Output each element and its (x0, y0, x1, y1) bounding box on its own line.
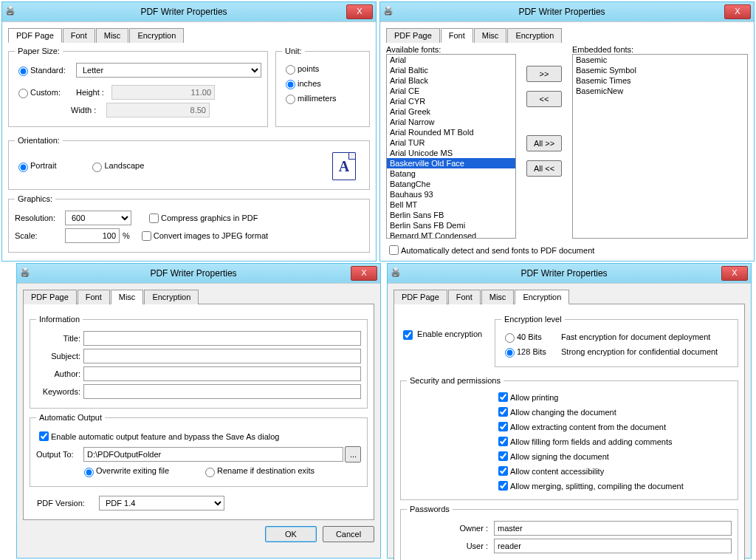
font-item[interactable]: Arial TUR (387, 137, 515, 148)
permission-check[interactable] (498, 392, 508, 402)
tab-encryption[interactable]: Encryption (144, 290, 199, 304)
add-font-button[interactable]: >> (526, 66, 562, 82)
tab-font[interactable]: Font (63, 28, 95, 43)
unit-inches-radio[interactable] (286, 80, 295, 89)
font-item[interactable]: Berlin Sans FB (387, 210, 515, 220)
tab-font[interactable]: Font (448, 290, 481, 304)
convert-check[interactable] (142, 231, 151, 241)
custom-radio[interactable] (18, 89, 28, 98)
rename-radio[interactable] (205, 468, 215, 477)
dialog-misc: 🖨️ PDF Writer Properties X PDF Page Font… (16, 263, 381, 559)
tab-encryption[interactable]: Encryption (515, 290, 569, 304)
add-all-button[interactable]: All >> (526, 135, 562, 151)
permission-label: Allow printing (510, 393, 558, 402)
auto-detect-check[interactable] (389, 245, 399, 255)
enable-auto-check[interactable] (39, 431, 49, 441)
close-button[interactable]: X (351, 266, 377, 281)
graphics-legend: Graphics: (15, 194, 55, 203)
printer-icon: 🖨️ (5, 6, 17, 18)
tab-misc[interactable]: Misc (96, 28, 129, 43)
unit-mm-label: millimeters (298, 94, 337, 103)
landscape-radio[interactable] (92, 163, 102, 172)
tab-misc[interactable]: Misc (111, 290, 144, 304)
titlebar: 🖨️ PDF Writer Properties X (388, 264, 751, 283)
permission-check[interactable] (498, 407, 508, 417)
pdf-version-select[interactable]: PDF 1.4 (99, 496, 224, 511)
standard-radio[interactable] (18, 66, 28, 76)
keywords-label: Keywords: (36, 387, 80, 396)
tab-misc[interactable]: Misc (474, 28, 507, 43)
overwrite-radio[interactable] (84, 468, 94, 477)
font-item[interactable]: Arial Black (387, 75, 515, 86)
font-item[interactable]: Arial (387, 55, 515, 65)
dialog-encryption: 🖨️ PDF Writer Properties X PDF Page Font… (387, 263, 752, 559)
close-button[interactable]: X (346, 4, 373, 19)
font-item[interactable]: BatangChe (387, 179, 515, 189)
embedded-fonts-list[interactable]: BasemicBasemic SymbolBasemic TimesBasemi… (572, 54, 748, 239)
resolution-select[interactable]: 600 (65, 211, 131, 225)
font-item[interactable]: Arial Baltic (387, 65, 515, 75)
enc-40-radio[interactable] (505, 333, 515, 343)
permission-check[interactable] (498, 437, 508, 446)
author-input[interactable] (83, 366, 361, 381)
unit-points-radio[interactable] (286, 65, 295, 75)
available-label: Available fonts: (386, 45, 441, 54)
font-item[interactable]: Baskerville Old Face (387, 158, 515, 168)
font-item[interactable]: Basemic (573, 55, 747, 65)
scale-input[interactable] (65, 228, 120, 243)
subject-input[interactable] (83, 349, 361, 363)
tab-misc[interactable]: Misc (481, 290, 515, 304)
font-item[interactable]: Basemic Symbol (573, 65, 747, 75)
available-fonts-list[interactable]: ArialArial BalticArial BlackArial CEAria… (386, 54, 516, 239)
permission-label: Allow signing the document (510, 452, 609, 461)
font-item[interactable]: Arial Unicode MS (387, 148, 515, 158)
keywords-input[interactable] (83, 384, 361, 399)
font-item[interactable]: Arial Rounded MT Bold (387, 127, 515, 137)
tab-encryption[interactable]: Encryption (129, 28, 184, 43)
tabs: PDF Page Font Misc Encryption (394, 290, 745, 304)
font-item[interactable]: Batang (387, 168, 515, 179)
height-input[interactable] (111, 85, 215, 100)
font-item[interactable]: Arial Greek (387, 106, 515, 117)
font-item[interactable]: Bauhaus 93 (387, 189, 515, 199)
tab-pdf-page[interactable]: PDF Page (386, 28, 440, 43)
font-item[interactable]: Bernard MT Condensed (387, 231, 515, 239)
ok-button[interactable]: OK (265, 526, 317, 542)
font-item[interactable]: Berlin Sans FB Demi (387, 220, 515, 231)
permission-check[interactable] (498, 422, 508, 431)
tab-font[interactable]: Font (441, 28, 473, 43)
info-legend: Information (36, 315, 83, 324)
close-button[interactable]: X (721, 266, 748, 281)
portrait-radio[interactable] (18, 163, 28, 172)
standard-select[interactable]: Letter (76, 63, 261, 78)
font-item[interactable]: Bell MT (387, 199, 515, 210)
font-item[interactable]: BasemicNew (573, 86, 747, 96)
font-item[interactable]: Arial Narrow (387, 117, 515, 127)
enc-128-radio[interactable] (505, 348, 515, 358)
browse-button[interactable]: ... (345, 446, 361, 462)
output-to-input[interactable] (83, 447, 343, 462)
remove-all-button[interactable]: All << (526, 160, 562, 177)
compress-check[interactable] (149, 214, 159, 223)
tab-encryption[interactable]: Encryption (507, 28, 562, 43)
tab-pdf-page[interactable]: PDF Page (8, 28, 62, 43)
tab-pdf-page[interactable]: PDF Page (23, 290, 77, 304)
unit-mm-radio[interactable] (286, 95, 295, 104)
width-input[interactable] (106, 103, 210, 117)
font-item[interactable]: Arial CE (387, 86, 515, 96)
permission-check[interactable] (498, 466, 508, 476)
passwords-group: Passwords Owner : User : (400, 505, 738, 560)
permission-check[interactable] (498, 451, 508, 461)
tab-pdf-page[interactable]: PDF Page (394, 290, 447, 304)
permission-check[interactable] (498, 481, 508, 491)
title-input[interactable] (83, 331, 361, 346)
close-button[interactable]: X (724, 4, 751, 19)
font-item[interactable]: Arial CYR (387, 96, 515, 106)
remove-font-button[interactable]: << (526, 91, 562, 107)
user-input[interactable] (494, 539, 732, 553)
cancel-button[interactable]: Cancel (323, 526, 374, 542)
font-item[interactable]: Basemic Times (573, 75, 747, 86)
enable-encryption-check[interactable] (403, 330, 413, 340)
owner-input[interactable] (494, 521, 732, 536)
tab-font[interactable]: Font (78, 290, 110, 304)
